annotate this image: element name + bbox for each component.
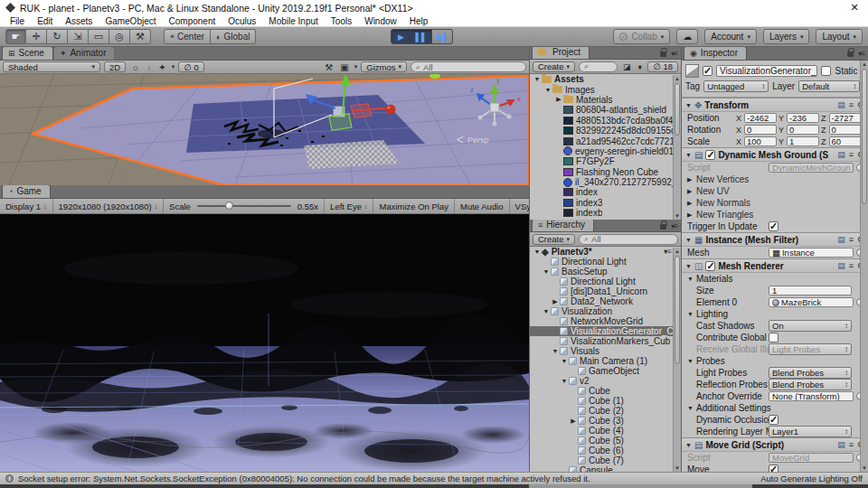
hierarchy-search-input[interactable]: ⌕ All bbox=[579, 234, 678, 245]
dropdown-field[interactable]: Blend Probes↕ bbox=[769, 379, 852, 390]
component-header-dynamic-mesh-ground-s[interactable]: ▼▤Dynamic Mesh Ground (S▤≡⚙ bbox=[682, 148, 868, 162]
fold-arrow-icon[interactable]: ▶ bbox=[554, 96, 563, 103]
lock-icon[interactable] bbox=[847, 52, 854, 57]
rotate-tool[interactable]: ↻ bbox=[47, 29, 68, 44]
help-icon[interactable]: ▤ bbox=[837, 150, 845, 159]
cloud-button[interactable]: ☁ bbox=[676, 29, 698, 44]
vector-field-x[interactable]: -2462 bbox=[744, 113, 777, 123]
tab-scene[interactable]: ⊞Scene bbox=[2, 47, 53, 60]
text-field[interactable]: 1 bbox=[769, 286, 852, 296]
fold-arrow-icon[interactable]: ▼ bbox=[560, 358, 569, 364]
scroll-down-icon[interactable]: ▼ bbox=[674, 465, 681, 471]
scroll-up-icon[interactable]: ▲ bbox=[674, 76, 681, 81]
hierarchy-item-cube-4[interactable]: Cube (4) bbox=[530, 426, 681, 436]
foldout-arrow-icon[interactable]: ▼ bbox=[685, 237, 692, 243]
gameobject-name-field[interactable]: VisualizationGenerator_G bbox=[716, 65, 817, 77]
menu-tools[interactable]: Tools bbox=[325, 16, 358, 26]
layer-dropdown[interactable]: Default ↕ bbox=[798, 80, 860, 92]
foldout-arrow-icon[interactable]: ▼ bbox=[685, 152, 692, 158]
project-item-806804-atlantis-shield[interactable]: 806804-atlantis_shield bbox=[530, 105, 681, 115]
tab-inspector[interactable]: ◉ Inspector bbox=[684, 47, 747, 60]
foldout-arrow-icon[interactable]: ▶ bbox=[687, 176, 696, 183]
hierarchy-item-directional-light[interactable]: Directional Light bbox=[530, 277, 681, 286]
object-field[interactable]: MoveGrid bbox=[769, 453, 854, 463]
tag-dropdown[interactable]: Untagged ↕ bbox=[703, 80, 769, 92]
hierarchy-item-cube-6[interactable]: Cube (6) bbox=[530, 446, 681, 455]
checkbox[interactable] bbox=[769, 415, 778, 425]
vector-field-y[interactable]: 0 bbox=[787, 125, 819, 135]
scene-search-input[interactable]: ⌕ All bbox=[410, 61, 526, 72]
object-field[interactable]: None (Transform) bbox=[769, 391, 854, 401]
project-item-a21ad95462cc7cdc77216e2[interactable]: a21ad95462cc7cdc77216e2 bbox=[530, 136, 681, 145]
fold-arrow-icon[interactable]: ▼ bbox=[560, 378, 569, 384]
hierarchy-item-directional-light[interactable]: Directional Light bbox=[530, 257, 681, 267]
hand-tool[interactable]: ☛ bbox=[5, 29, 26, 44]
foldout-arrow-icon[interactable]: ▼ bbox=[687, 358, 696, 364]
scene-menu-icon[interactable]: ▾≡ bbox=[664, 248, 672, 256]
vector-field-z[interactable]: 0 bbox=[829, 125, 862, 135]
project-item-images[interactable]: ▼Images bbox=[530, 84, 681, 94]
hierarchy-item-data2-network[interactable]: ▶Data2_Network bbox=[530, 296, 681, 306]
scrollbar-thumb[interactable] bbox=[675, 256, 680, 364]
hierarchy-item-visuals[interactable]: ▼Visuals bbox=[530, 346, 681, 356]
hierarchy-item-basicsetup[interactable]: ▼BasicSetup bbox=[530, 267, 681, 277]
active-checkbox[interactable] bbox=[703, 66, 712, 76]
fold-arrow-icon[interactable]: ▼ bbox=[542, 268, 551, 275]
project-item-assets[interactable]: ▼Assets bbox=[530, 74, 681, 84]
foldout-arrow-icon[interactable]: ▶ bbox=[687, 188, 696, 195]
play-button[interactable]: ▶ bbox=[391, 29, 411, 44]
presets-icon[interactable]: ≡ bbox=[849, 261, 854, 270]
help-icon[interactable]: ▤ bbox=[837, 100, 845, 109]
foldout-arrow-icon[interactable]: ▶ bbox=[687, 211, 696, 219]
hierarchy-item-cube-2[interactable]: Cube (2) bbox=[530, 406, 681, 416]
component-enabled-checkbox[interactable] bbox=[705, 261, 715, 271]
scrollbar-thumb[interactable] bbox=[675, 83, 680, 136]
panel-menu-icon[interactable]: ▾≡ bbox=[671, 222, 677, 230]
info-icon[interactable]: i bbox=[5, 474, 14, 483]
tab-hierarchy[interactable]: ≡ Hierarchy bbox=[532, 220, 594, 231]
layers-dropdown[interactable]: Layers ▾ bbox=[763, 29, 810, 44]
help-icon[interactable]: ▤ bbox=[837, 235, 845, 244]
scale-slider[interactable] bbox=[197, 205, 291, 207]
chevron-down-icon[interactable]: ▾ bbox=[354, 63, 358, 70]
project-item-materials[interactable]: ▶Materials bbox=[530, 95, 681, 105]
tab-game[interactable]: ◔ Game bbox=[2, 185, 51, 198]
hierarchy-item-cube-3[interactable]: ▶Cube (3) bbox=[530, 416, 681, 426]
close-icon[interactable]: ✕ bbox=[846, 2, 863, 14]
project-item-f7gpy2f[interactable]: F7GPy2F bbox=[530, 156, 681, 166]
vector-field-y[interactable]: 1 bbox=[787, 136, 819, 146]
scene-viewport[interactable]: y x z Persp bbox=[0, 74, 529, 185]
vector-field-y[interactable]: -236 bbox=[787, 113, 819, 123]
static-checkbox[interactable] bbox=[821, 66, 831, 76]
hierarchy-item-visalizationmarkers-cub[interactable]: VisalizationMarkers_Cub bbox=[530, 336, 681, 346]
tab-project[interactable]: Project bbox=[532, 47, 590, 59]
game-viewport[interactable] bbox=[0, 214, 529, 472]
2d-toggle-button[interactable]: 2D bbox=[104, 61, 126, 72]
game-toggle-mute-audio[interactable]: Mute Audio bbox=[455, 199, 510, 213]
layout-dropdown[interactable]: Layout ▾ bbox=[816, 29, 863, 44]
collab-button[interactable]: ✓ Collab ▾ bbox=[613, 29, 670, 44]
vector-field-x[interactable]: 100 bbox=[744, 136, 777, 146]
hierarchy-item-cube-7[interactable]: Cube (7) bbox=[530, 455, 681, 465]
chevron-down-icon[interactable]: ▾ bbox=[172, 63, 175, 70]
menu-edit[interactable]: Edit bbox=[31, 16, 59, 26]
scroll-up-icon[interactable]: ▲ bbox=[674, 249, 681, 254]
persp-label[interactable]: Persp bbox=[467, 136, 489, 145]
checkbox[interactable] bbox=[769, 465, 778, 472]
foldout-arrow-icon[interactable]: ▼ bbox=[685, 102, 692, 108]
orientation-toggle-button[interactable]: ◐ Global bbox=[211, 29, 256, 44]
project-hidden-count-button[interactable]: ∅ 18 bbox=[647, 61, 678, 72]
hierarchy-item-planetv3[interactable]: ▼◈Planetv3*▾≡ bbox=[530, 247, 681, 257]
dropdown-field[interactable]: Blend Probes↕ bbox=[769, 367, 852, 379]
foldout-arrow-icon[interactable]: ▶ bbox=[687, 200, 696, 207]
dropdown-field[interactable]: On↕ bbox=[769, 320, 852, 332]
project-item-flashing-neon-cube[interactable]: Flashing Neon Cube bbox=[530, 167, 681, 177]
move-tool[interactable]: ✛ bbox=[26, 29, 47, 44]
presets-icon[interactable]: ≡ bbox=[849, 100, 854, 109]
scene-gizmos-dropdown[interactable]: Gizmos ▾ bbox=[361, 61, 407, 72]
vector-field-z[interactable]: -2727 bbox=[829, 113, 862, 123]
project-item-indexb[interactable]: indexb bbox=[530, 208, 681, 218]
hierarchy-item-visualizationgenerator-c[interactable]: VisualizationGenerator_C bbox=[530, 326, 681, 336]
menu-window[interactable]: Window bbox=[358, 16, 403, 26]
status-message[interactable]: Socket setup error: System.Net.Sockets.S… bbox=[18, 474, 756, 483]
